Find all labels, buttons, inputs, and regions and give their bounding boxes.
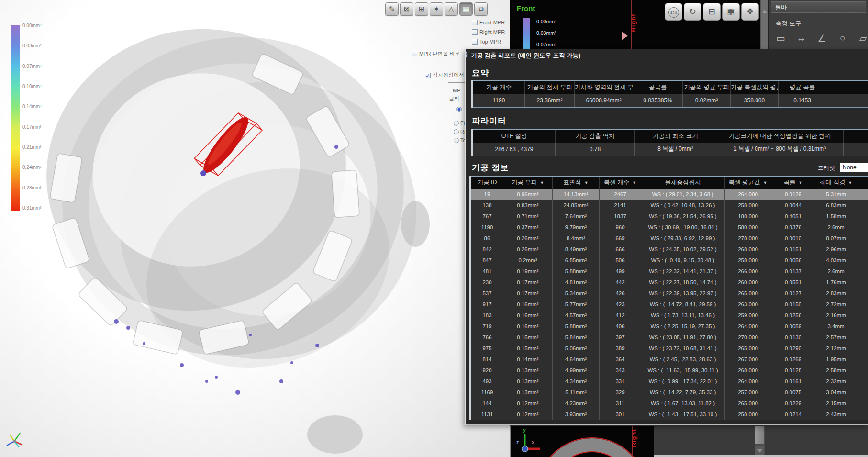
mpr-grid-button[interactable]: ⊞: [415, 2, 428, 16]
radio-option-top[interactable]: To: [454, 137, 465, 143]
pore-table-row[interactable]: 9170.16mm³5.77mm²423WS : ( -14.72, 8.41,…: [470, 299, 868, 310]
pore-table-row[interactable]: 11690.13mm³5.11mm²329WS : ( -14.22, 7.79…: [470, 387, 868, 398]
pore-cell: 266.000: [725, 266, 771, 277]
annotate-tool-button[interactable]: ✎: [385, 2, 399, 16]
layout-windows-button[interactable]: ⧉: [474, 2, 488, 16]
register-3d-button[interactable]: ⊠: [400, 2, 413, 16]
pore-cell: 0.0137: [771, 266, 815, 277]
table-row: 119023.36mm³66008.94mm³0.035385%0.02mm³3…: [472, 94, 868, 107]
pore-table-row[interactable]: 7670.71mm³7.64mm²1837WS : ( 19.36, 21.54…: [470, 211, 868, 222]
pore-table-row[interactable]: 8420.26mm³8.49mm²666WS : ( 24.35, 10.02,…: [470, 244, 868, 255]
sort-descending-icon[interactable]: ▼: [763, 180, 768, 185]
pore-table-container[interactable]: 기공 ID기공 부피▼표면적▼복셀 개수▼물체중심위치복셀 평균값▼곡률▼최대 …: [469, 176, 868, 423]
box-display-checkbox[interactable]: ✓삼차원상에서: [425, 71, 465, 78]
pore-cell: 1.58mm: [815, 211, 857, 222]
pore-header-cell[interactable]: 기공 부피▼: [503, 176, 553, 189]
vertical-scrollbar[interactable]: [755, 426, 765, 455]
slice-arrow-icon[interactable]: [622, 32, 628, 40]
pore-table-row[interactable]: 8470.2mm³6.85mm²506WS : ( -0.40, 9.15, 3…: [470, 255, 868, 266]
pore-cell: 0.0290: [771, 343, 815, 354]
radio-option-front[interactable]: Fr: [454, 120, 465, 126]
sort-descending-icon[interactable]: ▼: [632, 180, 636, 185]
pore-table-row[interactable]: 11310.12mm³3.93mm²301WS : ( -1.43, -17.5…: [470, 409, 868, 420]
pore-table-row[interactable]: 7190.16mm³5.88mm²406WS : ( 2.25, 15.19, …: [470, 321, 868, 332]
pore-cell: 8.07mm: [815, 233, 857, 244]
mpr-view-checkbox-top[interactable]: Top MPR: [472, 39, 510, 45]
circle-tool-icon[interactable]: ○: [837, 33, 847, 44]
value-cell: 23.36mm³: [525, 94, 575, 107]
pore-table-row[interactable]: 9200.13mm³4.99mm²343WS : ( -11.63, -15.9…: [470, 365, 868, 376]
pore-cell: 268.000: [725, 244, 771, 255]
pore-table-row[interactable]: 1440.12mm³4.23mm²311WS : ( 1.67, 13.03, …: [470, 398, 868, 409]
radio-option-right[interactable]: Ri: [454, 129, 465, 134]
ring-3d-render: [0, 0, 510, 457]
checkbox-checked-icon[interactable]: ✓: [425, 73, 431, 78]
reset-view-button[interactable]: ↻: [684, 3, 701, 21]
pop-out-button[interactable]: ❖: [741, 3, 759, 21]
pore-header-cell[interactable]: 표면적▼: [553, 176, 600, 189]
pore-table-row[interactable]: 4810.19mm³5.88mm²499WS : ( 22.32, 14.41,…: [470, 266, 868, 277]
checkbox-icon[interactable]: [472, 20, 478, 25]
angle-tool-icon[interactable]: ∠: [817, 33, 827, 44]
preset-select[interactable]: None▼: [840, 163, 868, 172]
pore-cell: WS : ( 24.35, 10.02, 29.52 ): [641, 244, 725, 255]
distance-tool-icon[interactable]: ↔: [796, 33, 806, 44]
pore-cell: WS : ( 1.73, 13.11, 13.46 ): [641, 310, 725, 321]
pore-cell: 6.83mm: [815, 200, 857, 211]
mpr-view-checkbox-front[interactable]: Front MPR: [472, 20, 510, 25]
pore-report-window[interactable]: 기공 검출 리포트 (메인 윈도우 조작 가능) 요약 기공 개수기공의 전체 …: [465, 49, 868, 425]
pore-cell: WS : ( 2.25, 15.19, 27.35 ): [641, 321, 725, 332]
pore-header-cell[interactable]: 복셀 개수▼: [600, 176, 641, 189]
render-settings-button[interactable]: ✶: [430, 2, 443, 16]
pore-table-row[interactable]: 1830.16mm³4.57mm²412WS : ( 1.73, 13.11, …: [470, 310, 868, 321]
pore-table-row[interactable]: 190.96mm³14.13mm²2467WS : ( 29.01, 2.34,…: [470, 189, 868, 200]
pore-cell: 301: [600, 409, 641, 420]
scroll-down-icon[interactable]: [755, 446, 764, 455]
pore-table-row[interactable]: 5370.17mm³5.34mm²426WS : ( 22.39, 13.95,…: [470, 288, 868, 299]
checkbox-icon[interactable]: [472, 39, 478, 45]
pore-table-row[interactable]: 11900.37mm³9.79mm²960WS : ( 30.69, -19.0…: [470, 222, 868, 233]
checkbox-icon[interactable]: [472, 29, 478, 35]
polygon-tool-icon[interactable]: ▱: [858, 33, 868, 44]
toolbar-view-layout: 1:1↻⊟▦❖: [665, 3, 759, 21]
sort-descending-icon[interactable]: ▼: [540, 180, 544, 185]
zoom-1-1-button[interactable]: 1:1: [665, 3, 682, 21]
pore-table-row[interactable]: 9750.15mm³5.06mm²389WS : ( 23.72, 10.68,…: [470, 343, 868, 354]
pore-table-row[interactable]: 7660.15mm³5.84mm²397WS : ( 23.05, 11.91,…: [470, 332, 868, 343]
viewport-3d[interactable]: 0.00mm³0.03mm³0.07mm³0.10mm³0.14mm³0.17m…: [0, 0, 510, 457]
value-cell: 66008.94mm³: [575, 94, 633, 107]
ruler-tool-icon[interactable]: ▭: [776, 33, 786, 44]
sort-descending-icon[interactable]: ▼: [799, 180, 803, 185]
layout-panels-button[interactable]: ⊟: [703, 3, 721, 21]
checkbox-icon[interactable]: [412, 51, 417, 56]
pore-table-row[interactable]: 8140.14mm³4.64mm²364WS : ( 2.45, -22.83,…: [470, 354, 868, 365]
pore-cell: 8.49mm²: [553, 244, 600, 255]
scrollbar-thumb[interactable]: [755, 426, 764, 444]
pore-table-row[interactable]: 4930.13mm³4.34mm²331WS : ( -0.99, -17.34…: [470, 376, 868, 387]
mpr-section-checkbox[interactable]: MPR 단면을 바운: [412, 50, 465, 57]
radio-option-selected[interactable]: [456, 106, 465, 112]
pore-header-cell[interactable]: 곡률▼: [771, 176, 815, 189]
measure-3d-button[interactable]: △: [445, 2, 458, 16]
pore-cell: 767: [470, 211, 503, 222]
clip-plane-button[interactable]: ▦: [459, 2, 473, 16]
pore-header-cell[interactable]: 최대 직경▼: [815, 176, 857, 189]
scroll-up-icon[interactable]: [762, 10, 767, 13]
pore-table-row[interactable]: 1380.83mm³24.85mm²2141WS : ( 0.42, 10.48…: [470, 200, 868, 211]
pore-cell: 264.000: [725, 189, 771, 200]
pore-cell: 481: [470, 266, 503, 277]
panel-scrollbar[interactable]: [760, 0, 768, 49]
header-cell: 기공 개수: [472, 80, 525, 94]
pore-table-row[interactable]: 860.26mm³8.4mm²669WS : ( 29.33, 6.92, 12…: [470, 233, 868, 244]
bottom-ct-view[interactable]: y z x Right: [510, 426, 654, 457]
sort-descending-icon[interactable]: ▼: [584, 180, 589, 185]
pore-cell: 412: [600, 310, 641, 321]
grid-views-button[interactable]: ▦: [722, 3, 740, 21]
pore-cell: 442: [600, 277, 641, 288]
pore-header-cell[interactable]: 복셀 평균값▼: [725, 176, 771, 189]
sort-descending-icon[interactable]: ▼: [848, 180, 852, 185]
mpr-view-checkbox-right[interactable]: Right MPR: [472, 29, 510, 35]
summary-table: 기공 개수기공의 전체 부피가시화 영역의 전체 부피공극률기공의 평균 부피기…: [471, 80, 868, 108]
pore-cell: WS : ( 22.27, 18.50, 14.74 ): [641, 277, 725, 288]
pore-table-row[interactable]: 2300.17mm³4.81mm²442WS : ( 22.27, 18.50,…: [470, 277, 868, 288]
